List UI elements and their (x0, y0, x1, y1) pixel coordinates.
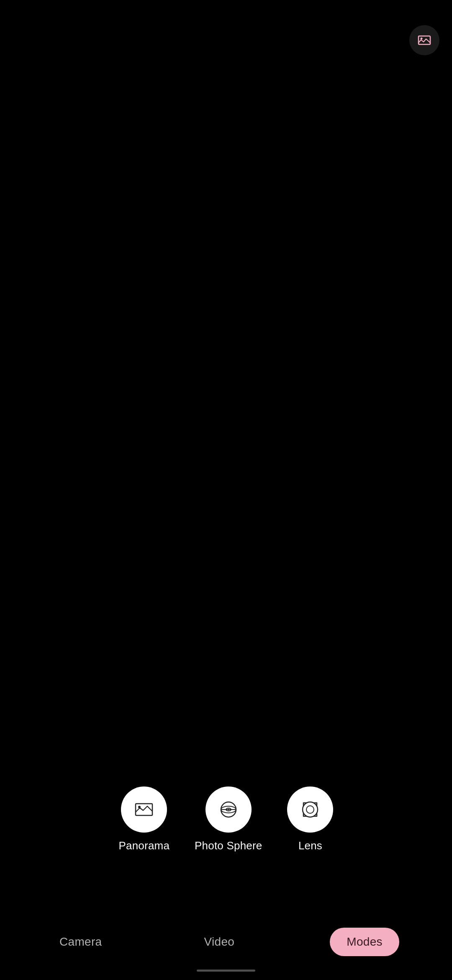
photo-sphere-label: Photo Sphere (195, 839, 262, 852)
gallery-button[interactable] (409, 25, 439, 55)
lens-icon (299, 799, 321, 820)
camera-screen: Panorama Phot (0, 0, 452, 980)
nav-video[interactable]: Video (198, 932, 241, 952)
nav-camera[interactable]: Camera (53, 932, 108, 952)
lens-circle (287, 787, 333, 833)
gallery-icon (417, 33, 432, 48)
home-bar (197, 970, 255, 972)
svg-point-3 (138, 806, 141, 808)
mode-icons-row: Panorama Phot (119, 778, 334, 856)
top-bar (409, 25, 439, 55)
mode-item-panorama[interactable]: Panorama (119, 787, 170, 852)
svg-point-8 (228, 809, 229, 810)
lens-label: Lens (298, 839, 322, 852)
panorama-icon (133, 799, 155, 820)
nav-modes[interactable]: Modes (330, 928, 399, 956)
mode-item-lens[interactable]: Lens (287, 787, 333, 852)
mode-item-photo-sphere[interactable]: Photo Sphere (195, 787, 262, 852)
panorama-label: Panorama (119, 839, 170, 852)
photo-sphere-icon (218, 799, 239, 820)
camera-viewfinder (0, 0, 452, 778)
bottom-nav: Camera Video Modes (0, 915, 452, 965)
svg-point-1 (421, 38, 423, 40)
home-indicator (0, 965, 452, 980)
bottom-spacer (0, 865, 452, 915)
panorama-circle (121, 787, 167, 833)
mode-icons-section: Panorama Phot (0, 778, 452, 865)
svg-point-10 (306, 806, 314, 813)
svg-point-9 (303, 802, 318, 817)
photo-sphere-circle (205, 787, 252, 833)
